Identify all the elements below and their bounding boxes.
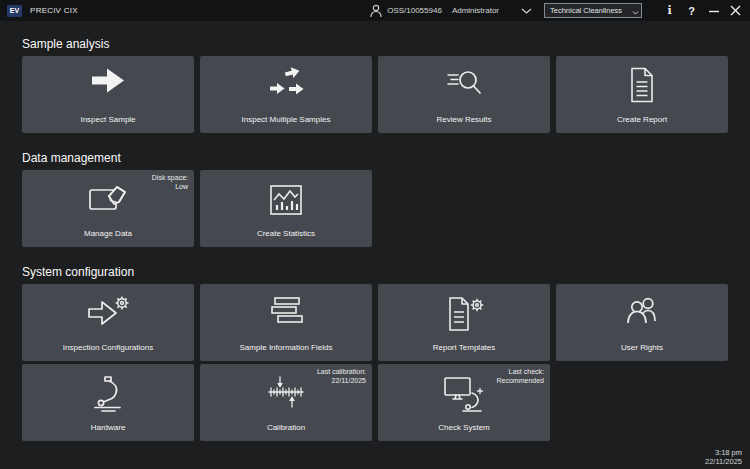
app-window: EV PRECiV CIX OSS/10055946 Administrator… [0,0,750,469]
minimize-button[interactable] [707,6,720,16]
tile-sample-information-fields[interactable]: Sample Information Fields [200,284,372,361]
section-title-system-configuration: System configuration [22,265,728,279]
tile-inspect-sample[interactable]: Inspect Sample [22,56,194,133]
section-title-data-management: Data management [22,151,728,165]
clock-time: 3:18 pm [705,448,742,457]
tile-inspection-configurations[interactable]: Inspection Configurations [22,284,194,361]
info-fields-icon [200,295,372,327]
manage-data-hand-icon [22,181,194,215]
last-check-badge: Last check: Recommended [497,367,544,385]
system-configuration-grid: Inspection Configurations Sample Informa… [22,284,728,441]
system-check-icon [378,375,550,415]
sample-analysis-grid: Inspect Sample Inspect Multiple Samples [22,56,728,133]
tile-inspect-multiple-samples[interactable]: Inspect Multiple Samples [200,56,372,133]
user-menu[interactable]: OSS/10055946 Administrator [370,4,532,18]
tile-label: Inspect Multiple Samples [200,115,372,124]
close-button[interactable] [729,5,742,16]
data-management-grid: Disk space: Low Manage Data [22,170,728,247]
tile-label: Create Statistics [200,229,372,238]
evident-logo: EV [7,5,22,17]
tile-label: User Rights [556,343,728,352]
document-gear-icon [378,295,550,333]
calibration-ruler-icon [200,375,372,409]
dropdown-arrow-icon [632,11,639,15]
tile-label: Manage Data [22,229,194,238]
tile-create-statistics[interactable]: Create Statistics [200,170,372,247]
statistics-chart-icon [200,181,372,219]
tile-label: Create Report [556,115,728,124]
clock-date: 22/11/2025 [705,457,742,466]
tile-label: Review Results [378,115,550,124]
user-icon [370,4,382,18]
multiple-arrows-icon [200,67,372,97]
help-button[interactable]: ? [685,5,698,17]
info-button[interactable]: i [663,4,676,17]
section-title-sample-analysis: Sample analysis [22,37,728,51]
review-results-magnifier-icon [378,67,550,99]
titlebar: EV PRECiV CIX OSS/10055946 Administrator… [0,0,750,21]
app-title: PRECiV CIX [30,6,78,15]
chevron-down-icon [521,8,532,14]
microscope-icon [22,375,194,413]
tile-review-results[interactable]: Review Results [378,56,550,133]
tile-label: Sample Information Fields [200,343,372,352]
tile-manage-data[interactable]: Disk space: Low Manage Data [22,170,194,247]
launcher-content: Sample analysis Inspect Sample [0,37,750,441]
tile-label: Hardware [22,423,194,432]
tile-hardware[interactable]: Hardware [22,364,194,441]
last-calibration-badge: Last calibration: 22/11/2025 [317,367,366,385]
solution-selector-value: Technical Cleanliness [550,6,622,15]
arrow-gear-icon [22,295,194,329]
report-document-icon [556,67,728,103]
inspect-sample-arrow-icon [22,67,194,94]
tile-label: Inspect Sample [22,115,194,124]
tile-label: Check System [378,423,550,432]
solution-selector[interactable]: Technical Cleanliness [544,3,642,18]
tile-label: Calibration [200,423,372,432]
users-icon [556,295,728,327]
tile-user-rights[interactable]: User Rights [556,284,728,361]
clock: 3:18 pm 22/11/2025 [705,448,742,466]
tile-label: Report Templates [378,343,550,352]
tile-report-templates[interactable]: Report Templates [378,284,550,361]
user-id: OSS/10055946 [387,6,442,15]
user-role: Administrator [452,6,499,15]
tile-calibration[interactable]: Last calibration: 22/11/2025 Calibration [200,364,372,441]
tile-check-system[interactable]: Last check: Recommended Check System [378,364,550,441]
tile-label: Inspection Configurations [22,343,194,352]
disk-space-badge: Disk space: Low [152,173,188,191]
tile-create-report[interactable]: Create Report [556,56,728,133]
